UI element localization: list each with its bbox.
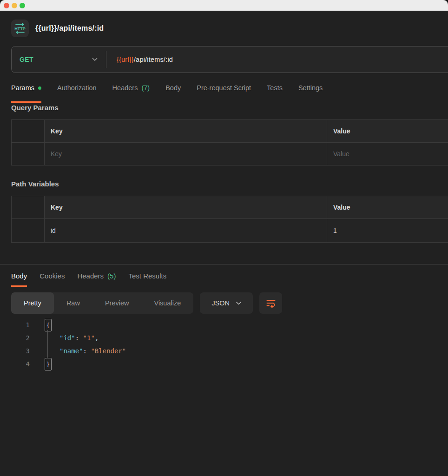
format-selector-label: JSON (211, 299, 230, 307)
response-tab-cookies[interactable]: Cookies (40, 264, 65, 287)
value-column-header: Value (327, 196, 448, 218)
request-header: HTTP {{url}}/api/items/:id (0, 11, 448, 46)
format-selector[interactable]: JSON (200, 292, 253, 314)
response-view-bar: Pretty Raw Preview Visualize JSON (11, 292, 437, 314)
tab-params-label: Params (11, 84, 34, 92)
table-row: Key Value (12, 142, 448, 165)
view-preview-button[interactable]: Preview (92, 292, 142, 314)
request-tabs: Params Authorization Headers (7) Body Pr… (11, 73, 437, 103)
key-column-header: Key (44, 196, 327, 218)
fold-marker-close-brace[interactable]: } (45, 358, 52, 370)
response-tab-headers-count: (5) (107, 272, 116, 280)
wrap-text-button[interactable] (259, 292, 282, 314)
tab-authorization[interactable]: Authorization (57, 73, 97, 103)
query-params-table: Key Value Key Value (11, 119, 448, 165)
value-input-cell[interactable]: Value (327, 143, 448, 165)
view-visualize-button[interactable]: Visualize (141, 292, 193, 314)
line-number: 2 (0, 334, 30, 342)
json-value: "Blender" (91, 347, 126, 355)
response-tab-body-label: Body (11, 272, 27, 280)
fold-guide-line (47, 330, 48, 358)
request-title: {{url}}/api/items/:id (35, 24, 104, 33)
path-variables-title: Path Variables (11, 180, 437, 188)
response-tab-headers[interactable]: Headers (5) (77, 264, 116, 287)
value-column-header: Value (327, 120, 448, 142)
row-checkbox-cell (12, 143, 44, 165)
json-punctuation: : (83, 347, 91, 355)
tab-params[interactable]: Params (11, 73, 41, 103)
tab-pre-request-script[interactable]: Pre-request Script (197, 73, 251, 103)
response-tab-body[interactable]: Body (11, 264, 27, 287)
view-raw-button[interactable]: Raw (54, 292, 92, 314)
checkbox-column-header (12, 120, 44, 142)
row-checkbox-cell (12, 219, 44, 242)
response-body-editor: 1 { 2 "id": "1", 3 "name": "Blender" 4 } (0, 318, 448, 370)
line-number: 1 (0, 321, 30, 329)
method-selector[interactable]: GET (12, 46, 106, 73)
fold-marker-open-brace[interactable]: { (45, 319, 52, 331)
minimize-window-button[interactable] (12, 3, 17, 8)
tab-headers-count: (7) (141, 84, 150, 92)
url-bar: GET {{url}}/api/items/:id (11, 46, 448, 73)
table-header-row: Key Value (12, 120, 448, 142)
tab-body-label: Body (165, 84, 181, 92)
checkbox-column-header (12, 196, 44, 218)
json-punctuation: : (75, 334, 83, 342)
tab-pre-request-script-label: Pre-request Script (197, 84, 251, 92)
tab-headers[interactable]: Headers (7) (112, 73, 150, 103)
line-number: 3 (0, 347, 30, 355)
query-params-title: Query Params (11, 104, 437, 112)
value-input-cell[interactable]: 1 (327, 219, 448, 242)
view-mode-switcher: Pretty Raw Preview Visualize (11, 292, 193, 314)
response-tabs: Body Cookies Headers (5) Test Results (11, 264, 437, 287)
code-line: 4 } (0, 357, 448, 370)
response-tab-test-results[interactable]: Test Results (128, 264, 166, 287)
key-column-header: Key (44, 120, 327, 142)
wrap-text-icon (265, 298, 277, 309)
code-line: 2 "id": "1", (0, 331, 448, 344)
response-tab-test-results-label: Test Results (128, 272, 166, 280)
tab-authorization-label: Authorization (57, 84, 97, 92)
app-window: HTTP {{url}}/api/items/:id GET {{url}}/a… (0, 0, 448, 476)
json-punctuation: , (95, 334, 99, 342)
view-pretty-button[interactable]: Pretty (11, 292, 54, 314)
macos-titlebar (0, 0, 448, 11)
table-row: id 1 (12, 218, 448, 242)
params-active-dot-icon (38, 86, 41, 90)
table-header-row: Key Value (12, 196, 448, 218)
svg-text:HTTP: HTTP (14, 26, 26, 31)
line-number: 4 (0, 360, 30, 368)
key-input-cell[interactable]: id (44, 219, 327, 242)
tab-settings[interactable]: Settings (298, 73, 323, 103)
code-line: 1 { (0, 318, 448, 331)
response-tab-headers-label: Headers (77, 272, 104, 280)
code-line: 3 "name": "Blender" (0, 344, 448, 357)
path-variables-table: Key Value id 1 (11, 196, 448, 243)
tab-settings-label: Settings (298, 84, 323, 92)
http-request-icon: HTTP (11, 20, 29, 37)
json-value: "1" (83, 334, 95, 342)
url-path: /api/items/:id (134, 56, 173, 63)
tab-headers-label: Headers (112, 84, 138, 92)
response-tab-cookies-label: Cookies (40, 272, 65, 280)
chevron-down-icon (236, 302, 241, 305)
json-key: "id" (59, 334, 75, 342)
maximize-window-button[interactable] (20, 3, 25, 8)
tab-tests-label: Tests (267, 84, 283, 92)
tab-body[interactable]: Body (165, 73, 181, 103)
method-label: GET (20, 56, 33, 63)
chevron-down-icon (92, 58, 98, 61)
url-input[interactable]: {{url}}/api/items/:id (106, 46, 173, 73)
close-window-button[interactable] (4, 3, 9, 8)
key-input-cell[interactable]: Key (44, 143, 327, 165)
url-variable: {{url}} (117, 56, 134, 63)
tab-tests[interactable]: Tests (267, 73, 283, 103)
json-key: "name" (59, 347, 83, 355)
